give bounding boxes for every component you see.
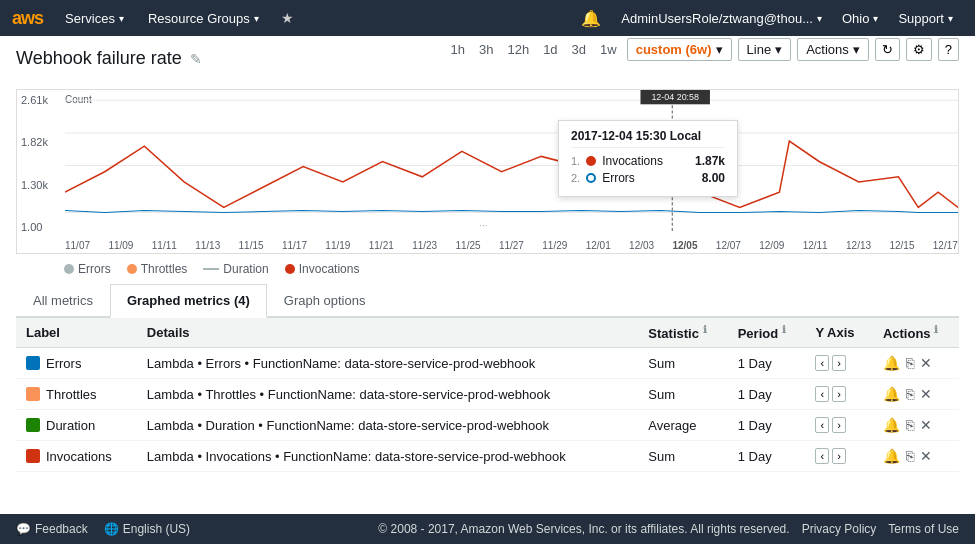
- yaxis-right-button-errors[interactable]: ›: [832, 355, 846, 371]
- tab-graph-options[interactable]: Graph options: [267, 284, 383, 318]
- col-actions: Actions ℹ: [873, 318, 959, 348]
- refresh-button[interactable]: ↻: [875, 38, 900, 61]
- support-menu[interactable]: Support ▾: [888, 11, 963, 26]
- favorites-star-icon[interactable]: ★: [273, 10, 302, 26]
- table-row: Errors Lambda • Errors • FunctionName: d…: [16, 348, 959, 379]
- bell-icon[interactable]: 🔔: [571, 9, 611, 28]
- bell-action-duration[interactable]: 🔔: [883, 417, 900, 433]
- time-1d-button[interactable]: 1d: [539, 40, 561, 59]
- metrics-tabs: All metrics Graphed metrics (4) Graph op…: [16, 284, 959, 318]
- feedback-button[interactable]: 💬 Feedback: [16, 522, 88, 536]
- aws-logo[interactable]: aws: [12, 8, 43, 29]
- tooltip-header: 2017-12-04 15:30 Local: [571, 129, 725, 148]
- region-chevron-icon: ▾: [873, 13, 878, 24]
- copy-action-invocations[interactable]: ⎘: [906, 448, 914, 464]
- user-menu[interactable]: AdminUsersRole/ztwang@thou... ▾: [611, 11, 832, 26]
- copy-action-duration[interactable]: ⎘: [906, 417, 914, 433]
- line-type-dropdown[interactable]: Line ▾: [738, 38, 792, 61]
- globe-icon: 🌐: [104, 522, 119, 536]
- services-menu[interactable]: Services ▾: [55, 0, 134, 36]
- yaxis-left-button-duration[interactable]: ‹: [815, 417, 829, 433]
- yaxis-left-button-errors[interactable]: ‹: [815, 355, 829, 371]
- settings-button[interactable]: ⚙: [906, 38, 932, 61]
- legend-duration-dash: [203, 268, 219, 270]
- time-controls: 1h 3h 12h 1d 3d 1w custom (6w) ▾ Line ▾ …: [447, 38, 960, 61]
- tooltip-row-errors: 2. Errors 8.00: [571, 171, 725, 185]
- remove-action-invocations[interactable]: ✕: [920, 448, 932, 464]
- color-swatch-duration: [26, 418, 40, 432]
- nav-right: 🔔 AdminUsersRole/ztwang@thou... ▾ Ohio ▾…: [571, 9, 963, 28]
- page-header: Webhook failure rate ✎: [16, 48, 202, 69]
- tab-graphed-metrics[interactable]: Graphed metrics (4): [110, 284, 267, 318]
- expand-icon[interactable]: ···: [479, 220, 487, 231]
- line-type-chevron-icon: ▾: [775, 42, 782, 57]
- custom-time-dropdown[interactable]: custom (6w) ▾: [627, 38, 732, 61]
- page-footer: 💬 Feedback 🌐 English (US) © 2008 - 2017,…: [0, 514, 975, 544]
- privacy-policy-link[interactable]: Privacy Policy: [802, 522, 877, 536]
- metrics-table: Label Details Statistic ℹ Period ℹ Y Axi…: [16, 318, 959, 472]
- tab-all-metrics[interactable]: All metrics: [16, 284, 110, 318]
- terms-of-use-link[interactable]: Terms of Use: [888, 522, 959, 536]
- chart-x-labels: 11/07 11/09 11/11 11/13 11/15 11/17 11/1…: [65, 238, 958, 253]
- copy-action-errors[interactable]: ⎘: [906, 355, 914, 371]
- yaxis-right-button-duration[interactable]: ›: [832, 417, 846, 433]
- resource-groups-chevron-icon: ▾: [254, 13, 259, 24]
- time-1w-button[interactable]: 1w: [596, 40, 621, 59]
- y-label-3: 1.30k: [21, 179, 61, 191]
- resource-groups-menu[interactable]: Resource Groups ▾: [138, 0, 269, 36]
- table-row: Invocations Lambda • Invocations • Funct…: [16, 441, 959, 472]
- edit-icon[interactable]: ✎: [190, 51, 202, 67]
- tooltip-invocations-dot: [586, 156, 596, 166]
- remove-action-duration[interactable]: ✕: [920, 417, 932, 433]
- time-3d-button[interactable]: 3d: [568, 40, 590, 59]
- chart-legend: Errors Throttles Duration Invocations: [64, 262, 959, 276]
- legend-throttles-dot: [127, 264, 137, 274]
- legend-invocations-dot: [285, 264, 295, 274]
- bell-action-invocations[interactable]: 🔔: [883, 448, 900, 464]
- legend-errors-dot: [64, 264, 74, 274]
- language-selector[interactable]: 🌐 English (US): [104, 522, 190, 536]
- tooltip-errors-dot: [586, 173, 596, 183]
- bell-action-throttles[interactable]: 🔔: [883, 386, 900, 402]
- remove-action-errors[interactable]: ✕: [920, 355, 932, 371]
- remove-action-throttles[interactable]: ✕: [920, 386, 932, 402]
- services-chevron-icon: ▾: [119, 13, 124, 24]
- region-menu[interactable]: Ohio ▾: [832, 11, 888, 26]
- footer-right: © 2008 - 2017, Amazon Web Services, Inc.…: [378, 522, 959, 536]
- chart-inner: 12-04 20:58: [65, 90, 958, 233]
- page-title: Webhook failure rate: [16, 48, 182, 69]
- copy-action-throttles[interactable]: ⎘: [906, 386, 914, 402]
- actions-chevron-icon: ▾: [853, 42, 860, 57]
- tooltip-row-invocations: 1. Invocations 1.87k: [571, 154, 725, 168]
- color-swatch-errors: [26, 356, 40, 370]
- top-navigation: aws Services ▾ Resource Groups ▾ ★ 🔔 Adm…: [0, 0, 975, 36]
- yaxis-left-button-invocations[interactable]: ‹: [815, 448, 829, 464]
- feedback-icon: 💬: [16, 522, 31, 536]
- col-statistic: Statistic ℹ: [638, 318, 727, 348]
- y-label-top: 2.61k: [21, 94, 61, 106]
- legend-throttles: Throttles: [127, 262, 188, 276]
- actions-button[interactable]: Actions ▾: [797, 38, 869, 61]
- col-yaxis: Y Axis: [805, 318, 872, 348]
- time-3h-button[interactable]: 3h: [475, 40, 497, 59]
- chart-y-axis: 2.61k 1.82k 1.30k 1.00: [17, 90, 65, 233]
- chart-container: 2.61k 1.82k 1.30k 1.00 Count 12-04 2: [16, 89, 959, 254]
- yaxis-right-button-throttles[interactable]: ›: [832, 386, 846, 402]
- legend-duration: Duration: [203, 262, 268, 276]
- svg-text:12-04 20:58: 12-04 20:58: [651, 92, 699, 102]
- y-label-2: 1.82k: [21, 136, 61, 148]
- col-period: Period ℹ: [728, 318, 806, 348]
- user-chevron-icon: ▾: [817, 13, 822, 24]
- yaxis-right-button-invocations[interactable]: ›: [832, 448, 846, 464]
- time-12h-button[interactable]: 12h: [503, 40, 533, 59]
- support-chevron-icon: ▾: [948, 13, 953, 24]
- time-1h-button[interactable]: 1h: [447, 40, 469, 59]
- custom-time-chevron-icon: ▾: [716, 42, 723, 57]
- col-label: Label: [16, 318, 137, 348]
- legend-errors: Errors: [64, 262, 111, 276]
- yaxis-left-button-throttles[interactable]: ‹: [815, 386, 829, 402]
- table-row: Duration Lambda • Duration • FunctionNam…: [16, 410, 959, 441]
- bell-action-errors[interactable]: 🔔: [883, 355, 900, 371]
- help-button[interactable]: ?: [938, 38, 959, 61]
- color-swatch-invocations: [26, 449, 40, 463]
